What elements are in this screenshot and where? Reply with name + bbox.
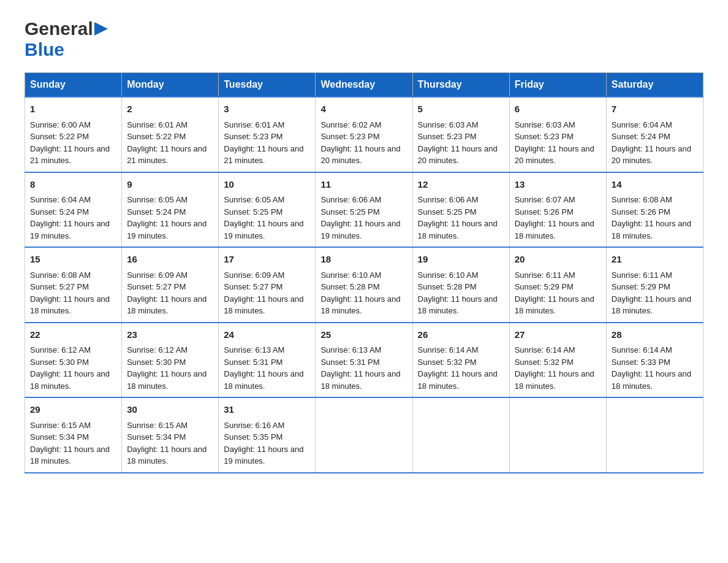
calendar-week-row: 8Sunrise: 6:04 AMSunset: 5:24 PMDaylight… bbox=[25, 172, 703, 248]
day-number: 10 bbox=[224, 178, 310, 192]
calendar-week-row: 29Sunrise: 6:15 AMSunset: 5:34 PMDayligh… bbox=[25, 397, 703, 473]
calendar-cell: 14Sunrise: 6:08 AMSunset: 5:26 PMDayligh… bbox=[606, 172, 703, 248]
calendar-cell: 19Sunrise: 6:10 AMSunset: 5:28 PMDayligh… bbox=[412, 247, 509, 323]
day-daylight: Daylight: 11 hours and 19 minutes. bbox=[320, 219, 400, 240]
calendar-cell: 1Sunrise: 6:00 AMSunset: 5:22 PMDaylight… bbox=[25, 97, 122, 172]
day-sunrise: Sunrise: 6:14 AM bbox=[612, 345, 672, 354]
day-number: 21 bbox=[612, 253, 698, 267]
day-sunset: Sunset: 5:28 PM bbox=[418, 282, 477, 291]
day-number: 24 bbox=[224, 328, 310, 342]
day-sunrise: Sunrise: 6:09 AM bbox=[127, 270, 188, 280]
day-number: 14 bbox=[612, 178, 698, 192]
day-sunset: Sunset: 5:26 PM bbox=[515, 207, 574, 216]
logo-row: General bbox=[25, 18, 108, 39]
day-daylight: Daylight: 11 hours and 19 minutes. bbox=[127, 219, 207, 240]
day-daylight: Daylight: 11 hours and 18 minutes. bbox=[320, 369, 400, 391]
calendar-cell bbox=[606, 397, 703, 473]
day-sunset: Sunset: 5:32 PM bbox=[515, 358, 574, 367]
day-daylight: Daylight: 11 hours and 18 minutes. bbox=[612, 219, 691, 240]
calendar-cell: 30Sunrise: 6:15 AMSunset: 5:34 PMDayligh… bbox=[122, 397, 219, 473]
calendar-cell: 9Sunrise: 6:05 AMSunset: 5:24 PMDaylight… bbox=[122, 172, 219, 248]
day-sunrise: Sunrise: 6:05 AM bbox=[127, 195, 188, 204]
day-sunrise: Sunrise: 6:02 AM bbox=[320, 120, 381, 129]
day-daylight: Daylight: 11 hours and 18 minutes. bbox=[224, 294, 303, 316]
calendar-cell: 27Sunrise: 6:14 AMSunset: 5:32 PMDayligh… bbox=[509, 323, 606, 398]
calendar-cell: 15Sunrise: 6:08 AMSunset: 5:27 PMDayligh… bbox=[25, 247, 122, 323]
day-number: 25 bbox=[320, 328, 407, 342]
day-sunrise: Sunrise: 6:10 AM bbox=[418, 270, 479, 280]
logo-arrow-icon bbox=[94, 22, 108, 36]
calendar-cell bbox=[316, 397, 412, 473]
day-number: 5 bbox=[418, 102, 504, 117]
day-sunrise: Sunrise: 6:10 AM bbox=[320, 270, 381, 280]
day-sunrise: Sunrise: 6:00 AM bbox=[30, 120, 91, 129]
calendar-cell: 16Sunrise: 6:09 AMSunset: 5:27 PMDayligh… bbox=[122, 247, 219, 323]
day-sunrise: Sunrise: 6:04 AM bbox=[30, 195, 91, 204]
calendar-table: SundayMondayTuesdayWednesdayThursdayFrid… bbox=[25, 72, 703, 473]
day-number: 3 bbox=[224, 102, 310, 117]
day-number: 23 bbox=[127, 328, 213, 342]
day-sunrise: Sunrise: 6:05 AM bbox=[224, 195, 284, 204]
logo-blue-row: Blue bbox=[25, 39, 108, 60]
day-daylight: Daylight: 11 hours and 18 minutes. bbox=[515, 369, 594, 391]
day-number: 26 bbox=[418, 328, 504, 342]
day-daylight: Daylight: 11 hours and 21 minutes. bbox=[224, 144, 303, 166]
day-daylight: Daylight: 11 hours and 20 minutes. bbox=[320, 144, 400, 166]
day-number: 19 bbox=[418, 253, 504, 267]
calendar-week-row: 22Sunrise: 6:12 AMSunset: 5:30 PMDayligh… bbox=[25, 323, 703, 398]
day-daylight: Daylight: 11 hours and 18 minutes. bbox=[30, 445, 110, 466]
day-daylight: Daylight: 11 hours and 19 minutes. bbox=[224, 445, 303, 466]
day-sunset: Sunset: 5:25 PM bbox=[320, 207, 379, 216]
calendar-cell: 22Sunrise: 6:12 AMSunset: 5:30 PMDayligh… bbox=[25, 323, 122, 398]
calendar-cell: 23Sunrise: 6:12 AMSunset: 5:30 PMDayligh… bbox=[122, 323, 219, 398]
day-sunrise: Sunrise: 6:01 AM bbox=[224, 120, 284, 129]
day-daylight: Daylight: 11 hours and 18 minutes. bbox=[224, 369, 303, 391]
day-sunset: Sunset: 5:31 PM bbox=[224, 358, 282, 367]
logo-blue-text: Blue bbox=[25, 39, 64, 59]
day-sunset: Sunset: 5:23 PM bbox=[224, 132, 282, 141]
day-daylight: Daylight: 11 hours and 18 minutes. bbox=[127, 369, 207, 391]
logo: General Blue bbox=[25, 18, 108, 60]
calendar-header-thursday: Thursday bbox=[412, 73, 509, 98]
calendar-header-sunday: Sunday bbox=[25, 73, 122, 98]
day-sunrise: Sunrise: 6:01 AM bbox=[127, 120, 188, 129]
day-number: 13 bbox=[515, 178, 601, 192]
day-sunset: Sunset: 5:27 PM bbox=[224, 282, 282, 291]
day-sunrise: Sunrise: 6:13 AM bbox=[320, 345, 381, 354]
calendar-header-wednesday: Wednesday bbox=[316, 73, 412, 98]
day-daylight: Daylight: 11 hours and 18 minutes. bbox=[515, 219, 594, 240]
calendar-cell: 31Sunrise: 6:16 AMSunset: 5:35 PMDayligh… bbox=[219, 397, 316, 473]
day-sunrise: Sunrise: 6:13 AM bbox=[224, 345, 284, 354]
day-daylight: Daylight: 11 hours and 18 minutes. bbox=[30, 369, 110, 391]
calendar-week-row: 15Sunrise: 6:08 AMSunset: 5:27 PMDayligh… bbox=[25, 247, 703, 323]
day-sunset: Sunset: 5:34 PM bbox=[30, 432, 89, 442]
day-sunset: Sunset: 5:31 PM bbox=[320, 358, 379, 367]
day-sunset: Sunset: 5:27 PM bbox=[30, 282, 89, 291]
day-daylight: Daylight: 11 hours and 20 minutes. bbox=[612, 144, 691, 166]
day-daylight: Daylight: 11 hours and 18 minutes. bbox=[127, 294, 207, 316]
day-daylight: Daylight: 11 hours and 18 minutes. bbox=[515, 294, 594, 316]
day-daylight: Daylight: 11 hours and 18 minutes. bbox=[612, 294, 691, 316]
calendar-cell: 6Sunrise: 6:03 AMSunset: 5:23 PMDaylight… bbox=[509, 97, 606, 172]
day-daylight: Daylight: 11 hours and 20 minutes. bbox=[515, 144, 594, 166]
day-number: 18 bbox=[320, 253, 407, 267]
calendar-week-row: 1Sunrise: 6:00 AMSunset: 5:22 PMDaylight… bbox=[25, 97, 703, 172]
day-sunset: Sunset: 5:23 PM bbox=[418, 132, 477, 141]
calendar-cell: 10Sunrise: 6:05 AMSunset: 5:25 PMDayligh… bbox=[219, 172, 316, 248]
day-sunrise: Sunrise: 6:16 AM bbox=[224, 421, 284, 430]
day-number: 30 bbox=[127, 403, 213, 417]
calendar-cell: 13Sunrise: 6:07 AMSunset: 5:26 PMDayligh… bbox=[509, 172, 606, 248]
day-number: 28 bbox=[612, 328, 698, 342]
calendar-cell bbox=[412, 397, 509, 473]
day-sunrise: Sunrise: 6:04 AM bbox=[612, 120, 672, 129]
day-sunrise: Sunrise: 6:03 AM bbox=[418, 120, 479, 129]
day-sunrise: Sunrise: 6:07 AM bbox=[515, 195, 575, 204]
day-sunset: Sunset: 5:35 PM bbox=[224, 432, 282, 442]
calendar-cell: 2Sunrise: 6:01 AMSunset: 5:22 PMDaylight… bbox=[122, 97, 219, 172]
day-daylight: Daylight: 11 hours and 18 minutes. bbox=[612, 369, 691, 391]
calendar-cell: 20Sunrise: 6:11 AMSunset: 5:29 PMDayligh… bbox=[509, 247, 606, 323]
day-number: 17 bbox=[224, 253, 310, 267]
calendar-cell: 12Sunrise: 6:06 AMSunset: 5:25 PMDayligh… bbox=[412, 172, 509, 248]
logo-general-text: General bbox=[25, 18, 93, 39]
calendar-cell: 8Sunrise: 6:04 AMSunset: 5:24 PMDaylight… bbox=[25, 172, 122, 248]
